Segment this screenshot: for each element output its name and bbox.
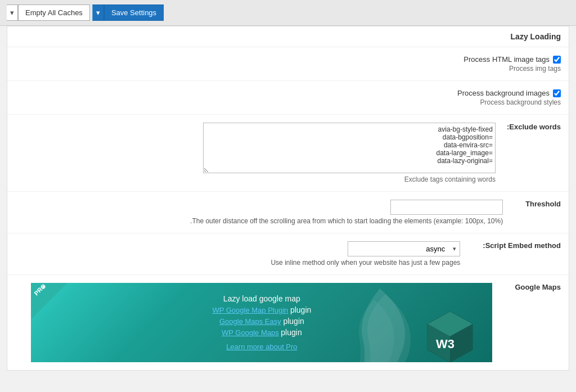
page-content: Lazy Loading Process HTML image tags Pro… (0, 26, 576, 382)
banner-link2-suffix: plugin (283, 317, 304, 326)
script-embed-content: async defer blocking ▾ Use inline method… (15, 241, 460, 267)
banner-link1-suffix: plugin (290, 305, 311, 314)
banner-link3[interactable]: WP Google Maps (222, 328, 279, 337)
process-bg-label-row: Process background images (457, 89, 561, 97)
section-header: Lazy Loading (7, 26, 569, 47)
pro-star-icon: ★ (41, 284, 46, 290)
save-settings-btn-group: ▾ Save Settings (92, 4, 164, 21)
process-html-content: Process HTML image tags Process img tags (464, 55, 561, 73)
script-embed-select[interactable]: async defer blocking (348, 242, 449, 256)
banner-link3-suffix: plugin (281, 328, 302, 337)
banner-title: Lazy load google map (223, 294, 300, 303)
section-body: Process HTML image tags Process img tags… (7, 47, 569, 370)
google-maps-row: PRO ★ (7, 275, 569, 370)
process-bg-description: Process background styles (480, 98, 561, 106)
threshold-row: .The outer distance off the scrolling ar… (7, 192, 569, 233)
banner-link1[interactable]: WP Google Map Plugin (212, 306, 288, 314)
lazy-loading-section: Lazy Loading Process HTML image tags Pro… (7, 26, 569, 371)
process-html-checkbox[interactable] (553, 56, 561, 64)
google-maps-content: PRO ★ (31, 283, 492, 362)
w3-logo-icon: W3 (425, 306, 475, 362)
pro-tag-container: PRO ★ (31, 283, 65, 317)
chevron-down-icon: ▾ (449, 245, 460, 253)
script-embed-label: :Script Embed method (471, 241, 561, 250)
banner-link3-row: WP Google Maps plugin (222, 328, 302, 337)
exclude-words-label: :Exclude words (496, 123, 561, 131)
svg-text:W3: W3 (436, 337, 454, 351)
banner-learn-more-link[interactable]: Learn more about Pro (226, 343, 297, 351)
empty-caches-button[interactable]: Empty All Caches (18, 4, 90, 21)
feather-decoration-icon (323, 283, 436, 362)
script-embed-description: Use inline method only when your website… (271, 259, 460, 267)
banner-link1-row: WP Google Map Plugin plugin (212, 305, 311, 314)
process-html-row: Process HTML image tags Process img tags (7, 47, 569, 81)
empty-caches-btn-group: ▾ Empty All Caches (7, 4, 90, 21)
banner-link2[interactable]: Google Maps Easy (219, 317, 281, 326)
google-maps-label: Google Maps (503, 283, 561, 291)
save-settings-button[interactable]: Save Settings (104, 4, 164, 21)
threshold-input[interactable] (390, 200, 503, 215)
script-embed-select-wrapper: async defer blocking ▾ (348, 241, 460, 256)
pro-banner: PRO ★ (31, 283, 492, 362)
script-embed-row: async defer blocking ▾ Use inline method… (7, 233, 569, 275)
process-bg-row: Process background images Process backgr… (7, 81, 569, 115)
exclude-words-row: avia-bg-style-fixed =data-bgposition =da… (7, 115, 569, 192)
empty-caches-dropdown-btn[interactable]: ▾ (7, 4, 18, 21)
threshold-label: Threshold (514, 200, 561, 208)
process-html-label: Process HTML image tags (464, 55, 550, 64)
exclude-words-description: Exclude tags containing words (404, 175, 496, 183)
process-bg-checkbox[interactable] (553, 89, 561, 97)
exclude-words-content: avia-bg-style-fixed =data-bgposition =da… (15, 123, 496, 183)
top-toolbar: ▾ Empty All Caches ▾ Save Settings (0, 0, 576, 26)
threshold-content: .The outer distance off the scrolling ar… (15, 200, 503, 225)
banner-text-content: Lazy load google map WP Google Map Plugi… (201, 283, 322, 362)
banner-link2-row: Google Maps Easy plugin (219, 317, 304, 326)
exclude-words-textarea[interactable]: avia-bg-style-fixed =data-bgposition =da… (203, 123, 496, 173)
process-html-description: Process img tags (509, 65, 561, 73)
process-bg-label: Process background images (457, 89, 550, 97)
section-title: Lazy Loading (511, 32, 561, 41)
save-settings-dropdown-btn[interactable]: ▾ (92, 4, 104, 21)
process-bg-content: Process background images Process backgr… (457, 89, 561, 106)
process-html-label-row: Process HTML image tags (464, 55, 561, 64)
threshold-description: .The outer distance off the scrolling ar… (190, 217, 503, 225)
